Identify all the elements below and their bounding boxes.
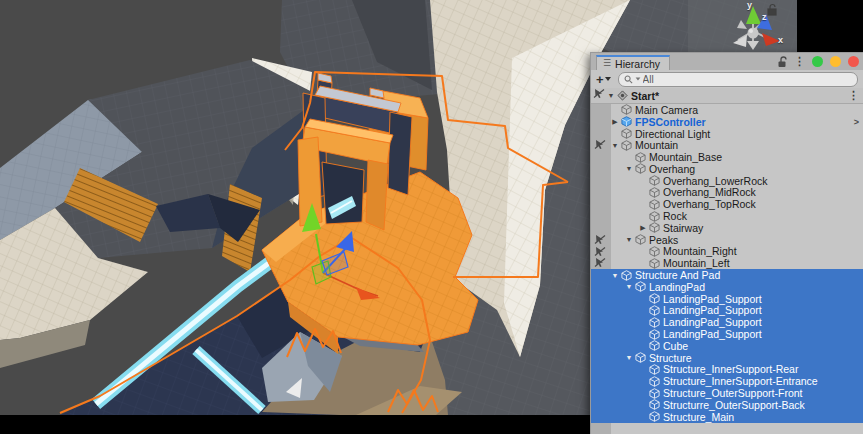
gameobject-cube-icon	[649, 388, 662, 399]
panel-menu-icon[interactable]: ⋮	[794, 56, 805, 67]
hierarchy-tabbar: ☰ Hierarchy ⋮	[591, 53, 863, 70]
create-button-label: +	[596, 72, 604, 87]
pick-toggle-icon[interactable]	[594, 257, 607, 268]
window-button-green[interactable]	[812, 56, 823, 67]
gameobject-cube-icon	[621, 270, 634, 281]
lock-icon[interactable]	[777, 56, 787, 68]
tree-item[interactable]: ▼Mountain	[591, 139, 863, 151]
gameobject-cube-icon	[621, 140, 634, 151]
expander-icon[interactable]: ▶	[609, 118, 621, 125]
tree-item-label: Structure_InnerSupport-Rear	[662, 363, 798, 375]
tree-item[interactable]: Structurre_OuterSupport-Back	[591, 399, 863, 411]
gameobject-cube-icon	[649, 376, 662, 387]
tree-item-label: Mountain_Left	[662, 257, 730, 269]
tree-item-label: LandingPad_Support	[662, 293, 762, 305]
dropdown-arrow-icon	[605, 77, 611, 81]
gameobject-cube-icon	[649, 329, 662, 340]
scene-menu-icon[interactable]: ⋮	[848, 90, 859, 101]
expander-icon[interactable]: ▼	[609, 272, 621, 279]
gameobject-cube-icon	[649, 340, 662, 351]
tree-item[interactable]: LandingPad_Support	[591, 328, 863, 340]
tree-item[interactable]: Mountain_Right	[591, 246, 863, 258]
tree-item-label: FPSController	[634, 116, 706, 128]
tree-item-label: Structure	[648, 352, 692, 364]
tree-item[interactable]: Directional Light	[591, 128, 863, 140]
window-button-yellow[interactable]	[830, 56, 841, 67]
tree-item[interactable]: LandingPad_Support	[591, 293, 863, 305]
tree-item-label: Overhang_LowerRock	[662, 175, 767, 187]
tree-item[interactable]: Overhang_MidRock	[591, 187, 863, 199]
tree-item[interactable]: ▼Structure And Pad	[591, 269, 863, 281]
expander-icon[interactable]: ▼	[609, 142, 621, 149]
tree-item[interactable]: ▶Stairway	[591, 222, 863, 234]
tree-item[interactable]: Structure_OuterSupport-Front	[591, 387, 863, 399]
tree-item-label: Cube	[662, 340, 688, 352]
tree-item-label: Directional Light	[634, 128, 710, 140]
gameobject-cube-icon	[635, 152, 648, 163]
tree-item-label: Structure_OuterSupport-Front	[662, 387, 802, 399]
gameobject-cube-icon	[649, 293, 662, 304]
expander-icon[interactable]: ▶	[637, 224, 649, 231]
tree-item[interactable]: Rock	[591, 210, 863, 222]
hierarchy-toolbar: +	[591, 70, 863, 88]
tree-item-label: Rock	[662, 210, 687, 222]
tree-item[interactable]: ▼Structure	[591, 352, 863, 364]
tree-item[interactable]: Cube	[591, 340, 863, 352]
gameobject-cube-icon	[621, 128, 634, 139]
gameobject-cube-icon	[649, 175, 662, 186]
tree-item[interactable]: ▼Peaks	[591, 234, 863, 246]
gameobject-cube-icon	[649, 222, 662, 233]
scene-header-row[interactable]: ▼ Start* ⋮	[591, 88, 863, 104]
tree-item[interactable]: Overhang_LowerRock	[591, 175, 863, 187]
search-input[interactable]	[643, 74, 852, 85]
tree-item[interactable]: Structure_InnerSupport-Rear	[591, 364, 863, 376]
tree-item[interactable]: ▼LandingPad	[591, 281, 863, 293]
pick-toggle-icon[interactable]	[594, 246, 607, 257]
pick-toggle-icon[interactable]	[593, 88, 606, 99]
search-field[interactable]	[618, 72, 858, 87]
expander-icon[interactable]: ▼	[623, 354, 635, 361]
prefab-chevron-icon[interactable]: >	[854, 117, 859, 127]
tree-item-label: Structure_Main	[662, 411, 734, 423]
tree-item-label: LandingPad_Support	[662, 328, 762, 340]
tree-item-label: Peaks	[648, 234, 678, 246]
tree-item-label: Structure_InnerSupport-Entrance	[662, 375, 818, 387]
expander-icon[interactable]: ▼	[605, 92, 617, 99]
tree-item-label: Stairway	[662, 222, 703, 234]
tab-hierarchy[interactable]: ☰ Hierarchy	[596, 55, 670, 70]
tree-item[interactable]: Mountain_Base	[591, 151, 863, 163]
search-filter-arrow-icon[interactable]	[635, 77, 640, 80]
expander-icon[interactable]: ▼	[623, 236, 635, 243]
tree-item[interactable]: Structure_Main	[591, 411, 863, 423]
tree-item-label: Overhang	[648, 163, 695, 175]
pick-toggle-icon[interactable]	[594, 234, 607, 245]
gameobject-cube-icon	[649, 246, 662, 257]
prefab-cube-icon	[621, 116, 634, 127]
gameobject-cube-icon	[649, 411, 662, 422]
tab-label: Hierarchy	[615, 58, 660, 70]
tree-item[interactable]: Main Camera	[591, 104, 863, 116]
tree-item[interactable]: Structure_InnerSupport-Entrance	[591, 375, 863, 387]
tree-item[interactable]: ▼Overhang	[591, 163, 863, 175]
gameobject-cube-icon	[635, 352, 648, 363]
tree-item[interactable]: Mountain_Left	[591, 257, 863, 269]
gameobject-cube-icon	[649, 364, 662, 375]
tree-item[interactable]: Overhang_TopRock	[591, 198, 863, 210]
tree-item[interactable]: ▶FPSController>	[591, 116, 863, 128]
tree-item[interactable]: LandingPad_Support	[591, 305, 863, 317]
expander-icon[interactable]: ▼	[623, 165, 635, 172]
gameobject-cube-icon	[621, 104, 634, 115]
gameobject-cube-icon	[649, 211, 662, 222]
create-button[interactable]: +	[596, 72, 611, 87]
tree-item-label: LandingPad_Support	[662, 304, 762, 316]
pick-toggle-icon[interactable]	[594, 139, 607, 150]
expander-icon[interactable]: ▼	[623, 283, 635, 290]
window-button-red[interactable]	[848, 56, 859, 67]
gameobject-cube-icon	[649, 317, 662, 328]
hierarchy-tree: Main Camera▶FPSController>Directional Li…	[591, 104, 863, 434]
gameobject-cube-icon	[635, 234, 648, 245]
tree-item-label: Overhang_MidRock	[662, 186, 756, 198]
axis-label-y: y	[747, 0, 752, 10]
tree-item[interactable]: LandingPad_Support	[591, 316, 863, 328]
search-icon	[624, 75, 633, 84]
